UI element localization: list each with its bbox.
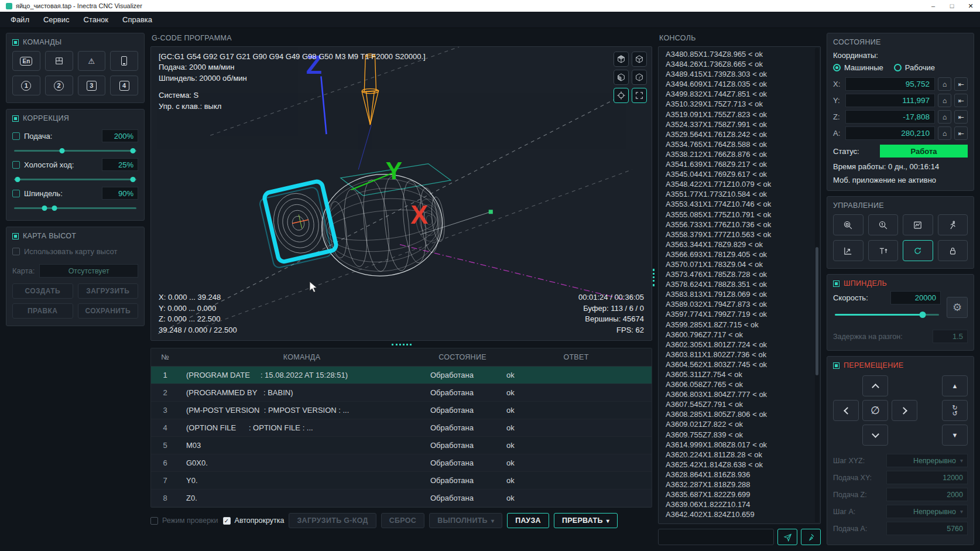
run-macro-button[interactable] — [938, 214, 968, 235]
minimize-button[interactable]: – — [924, 0, 943, 12]
spindle-override-value[interactable]: 90% — [102, 187, 138, 200]
jog-x-plus-button[interactable] — [892, 400, 917, 421]
spindle-override-checkbox[interactable] — [12, 190, 20, 197]
slider-marker[interactable] — [59, 148, 64, 153]
abort-button[interactable]: ПРЕРВАТЬ▾ — [554, 513, 618, 528]
rapid-override-slider[interactable] — [14, 179, 136, 180]
spindle-override-slider[interactable] — [14, 207, 136, 209]
jog-z-plus-button[interactable]: ▲ — [942, 375, 968, 396]
machine-coords-radio[interactable]: Машинные — [833, 63, 883, 72]
view-top-button[interactable] — [614, 70, 629, 85]
slider-marker[interactable] — [52, 206, 57, 211]
heightmap-edit-button[interactable]: ПРАВКА — [12, 303, 73, 319]
x-home-button[interactable]: ⌂ — [938, 77, 951, 91]
rapid-override-checkbox[interactable] — [12, 161, 20, 169]
heightmap-save-button[interactable]: СОХРАНИТЬ — [78, 303, 139, 319]
pause-button[interactable]: ПАУЗА — [507, 513, 549, 528]
load-gcode-button[interactable]: ЗАГРУЗИТЬ G-КОД — [289, 513, 376, 528]
run-button[interactable]: ВЫПОЛНИТЬ▾ — [429, 513, 502, 528]
search-home-button[interactable] — [833, 214, 864, 235]
step-xyz-select[interactable]: Непрерывно▾ — [886, 454, 968, 467]
close-button[interactable]: ✕ — [961, 0, 980, 12]
table-row[interactable]: 6 G0X0. Обработана ok — [151, 454, 652, 472]
feed-override-checkbox[interactable] — [12, 132, 20, 140]
probe-button[interactable] — [903, 214, 933, 235]
jog-y-plus-button[interactable] — [862, 375, 888, 396]
view-iso-button[interactable] — [614, 52, 629, 67]
heightmap-load-button[interactable]: ЗАГРУЗИТЬ — [78, 283, 139, 299]
alarm-button[interactable]: ⚠ — [78, 51, 106, 71]
command-3-button[interactable]: 3 — [78, 76, 106, 95]
view-wireframe-button[interactable] — [632, 52, 647, 67]
table-row[interactable]: 5 M03 Обработана ok — [151, 437, 652, 454]
work-coords-radio[interactable]: Рабочие — [894, 63, 935, 72]
search-tool-button[interactable] — [868, 214, 899, 235]
a-home-button[interactable]: ⌂ — [938, 126, 951, 140]
console-scrollbar[interactable] — [815, 48, 819, 522]
horizontal-resize-handle[interactable] — [392, 344, 412, 345]
spindle-speed-slider[interactable] — [835, 314, 939, 316]
reset-button[interactable]: СБРОС — [381, 513, 424, 528]
jog-z-minus-button[interactable]: ▼ — [942, 425, 968, 446]
goto-zero-button[interactable] — [833, 240, 864, 261]
heightmap-create-button[interactable]: СОЗДАТЬ — [12, 283, 73, 299]
z-coord-value[interactable]: -17,808 — [845, 110, 935, 124]
command-1-button[interactable]: 1 — [12, 76, 40, 95]
menu-item[interactable]: Справка — [115, 12, 159, 27]
jog-y-minus-button[interactable] — [862, 425, 888, 446]
command-2-button[interactable]: 2 — [45, 76, 73, 95]
console-input[interactable] — [658, 529, 774, 545]
table-row[interactable]: 4 (OPTION FILE : OPTION FILE : ... Обраб… — [151, 419, 652, 437]
rapid-override-value[interactable]: 25% — [102, 158, 138, 171]
windows-layout-button[interactable] — [45, 51, 73, 71]
3d-viewport[interactable]: Z Y X [GC:G1 G54 G92 G17 G21 G90 G94 G49… — [150, 46, 652, 341]
spindle-speed-value[interactable]: 20000 — [890, 291, 941, 304]
command-4-button[interactable]: 4 — [110, 76, 138, 95]
feed-z-value[interactable]: 2000 — [886, 488, 968, 501]
scrollbar-thumb[interactable] — [815, 247, 818, 375]
x-coord-value[interactable]: 95,752 — [845, 77, 935, 91]
lock-button[interactable] — [938, 240, 968, 261]
a-coord-value[interactable]: 280,210 — [845, 126, 935, 140]
view-center-tool-button[interactable] — [614, 88, 629, 103]
feed-xy-value[interactable]: 12000 — [886, 471, 968, 484]
y-zero-button[interactable]: ⇤ — [954, 94, 968, 107]
x-zero-button[interactable]: ⇤ — [954, 77, 968, 91]
console-clear-button[interactable] — [801, 529, 821, 545]
table-row[interactable]: 8 Z0. Обработана ok — [151, 490, 652, 507]
slider-handle[interactable] — [15, 177, 20, 182]
autoscroll-checkbox[interactable]: ✓ — [223, 517, 231, 525]
menu-item[interactable]: Сервис — [36, 12, 77, 27]
feed-override-slider[interactable] — [14, 150, 136, 152]
z-zero-button[interactable]: ⇤ — [954, 110, 968, 124]
z-home-button[interactable]: ⌂ — [938, 110, 951, 124]
mobile-app-button[interactable] — [110, 51, 138, 71]
slider-handle[interactable] — [42, 206, 47, 211]
console-send-button[interactable] — [777, 529, 797, 545]
a-zero-button[interactable]: ⇤ — [954, 126, 968, 140]
menu-item[interactable]: Станок — [77, 12, 116, 27]
maximize-button[interactable]: □ — [943, 0, 961, 12]
table-row[interactable]: 2 (PROGRAMMED BY : BABIN) Обработана ok — [151, 384, 652, 402]
check-mode-checkbox[interactable] — [150, 517, 158, 525]
tool-change-button[interactable] — [868, 240, 899, 261]
y-home-button[interactable]: ⌂ — [938, 94, 951, 107]
view-fit-button[interactable] — [632, 88, 647, 103]
jog-a-rotate-button[interactable]: ↻↺ — [942, 400, 968, 421]
view-side-button[interactable] — [632, 70, 647, 85]
english-layout-button[interactable]: En — [12, 51, 40, 71]
slider-handle[interactable] — [919, 312, 926, 318]
use-heightmap-checkbox[interactable] — [12, 248, 20, 255]
table-row[interactable]: 1 (PROGRAM DATE : 15.08.2022 AT 15:28:51… — [151, 367, 652, 384]
y-coord-value[interactable]: 111,997 — [845, 94, 935, 107]
table-row[interactable]: 3 (PM-POST VERSION : PMPOST VERSION : ..… — [151, 402, 652, 419]
table-row[interactable]: 7 Y0. Обработана ok — [151, 472, 652, 490]
jog-stop-button[interactable]: ∅ — [862, 400, 888, 421]
step-a-select[interactable]: Непрерывно▾ — [886, 505, 968, 518]
feed-override-value[interactable]: 200% — [102, 129, 138, 142]
menu-item[interactable]: Файл — [4, 12, 36, 27]
slider-handle[interactable] — [130, 148, 135, 153]
rotation-mode-button[interactable] — [903, 240, 933, 261]
console-log[interactable]: A3480.85X1.734Z8.965 < okA3484.26X1.736Z… — [658, 46, 821, 524]
jog-x-minus-button[interactable] — [833, 400, 859, 421]
